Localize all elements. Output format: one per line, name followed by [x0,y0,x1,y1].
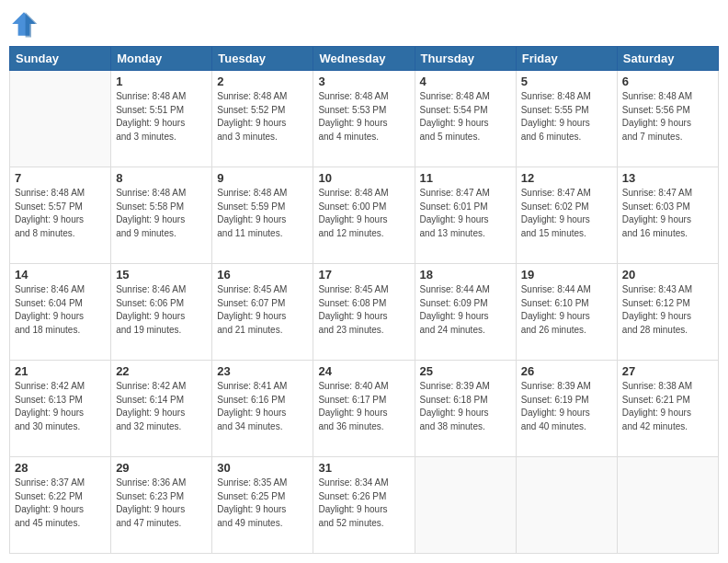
weekday-header-wednesday: Wednesday [313,47,415,71]
day-info: Sunrise: 8:48 AMSunset: 5:53 PMDaylight:… [318,90,409,144]
day-number: 21 [15,364,106,378]
calendar-cell [10,71,111,167]
week-row-3: 14Sunrise: 8:46 AMSunset: 6:04 PMDayligh… [10,264,719,361]
calendar-cell: 24Sunrise: 8:40 AMSunset: 6:17 PMDayligh… [313,361,415,457]
calendar-cell: 3Sunrise: 8:48 AMSunset: 5:53 PMDaylight… [313,71,415,167]
calendar-cell [415,457,516,554]
calendar-cell: 8Sunrise: 8:48 AMSunset: 5:58 PMDaylight… [111,167,212,264]
calendar-cell: 17Sunrise: 8:45 AMSunset: 6:08 PMDayligh… [313,264,415,361]
weekday-header-row: SundayMondayTuesdayWednesdayThursdayFrid… [10,47,719,71]
day-number: 8 [116,171,207,185]
day-info: Sunrise: 8:38 AMSunset: 6:21 PMDaylight:… [622,380,713,433]
calendar-cell: 19Sunrise: 8:44 AMSunset: 6:10 PMDayligh… [516,264,617,361]
calendar: SundayMondayTuesdayWednesdayThursdayFrid… [9,46,719,554]
week-row-4: 21Sunrise: 8:42 AMSunset: 6:13 PMDayligh… [10,361,719,457]
day-number: 10 [318,171,409,185]
weekday-header-sunday: Sunday [10,47,111,71]
day-number: 16 [217,268,308,282]
day-info: Sunrise: 8:48 AMSunset: 6:00 PMDaylight:… [318,187,409,240]
day-info: Sunrise: 8:48 AMSunset: 5:54 PMDaylight:… [420,90,511,144]
day-info: Sunrise: 8:48 AMSunset: 5:57 PMDaylight:… [15,187,106,240]
day-number: 19 [521,268,612,282]
week-row-1: 1Sunrise: 8:48 AMSunset: 5:51 PMDaylight… [10,71,719,167]
day-info: Sunrise: 8:41 AMSunset: 6:16 PMDaylight:… [217,380,308,433]
day-number: 17 [318,268,409,282]
calendar-cell: 22Sunrise: 8:42 AMSunset: 6:14 PMDayligh… [111,361,212,457]
day-info: Sunrise: 8:42 AMSunset: 6:14 PMDaylight:… [116,380,207,433]
day-number: 15 [116,268,207,282]
day-info: Sunrise: 8:37 AMSunset: 6:22 PMDaylight:… [15,477,106,530]
calendar-cell: 10Sunrise: 8:48 AMSunset: 6:00 PMDayligh… [313,167,415,264]
day-number: 13 [622,171,713,185]
day-info: Sunrise: 8:48 AMSunset: 5:52 PMDaylight:… [217,90,308,144]
calendar-cell: 15Sunrise: 8:46 AMSunset: 6:06 PMDayligh… [111,264,212,361]
day-info: Sunrise: 8:48 AMSunset: 5:55 PMDaylight:… [521,90,612,144]
day-number: 18 [420,268,511,282]
calendar-cell: 29Sunrise: 8:36 AMSunset: 6:23 PMDayligh… [111,457,212,554]
calendar-cell: 28Sunrise: 8:37 AMSunset: 6:22 PMDayligh… [10,457,111,554]
day-number: 1 [116,75,207,88]
weekday-header-saturday: Saturday [617,47,718,71]
day-info: Sunrise: 8:48 AMSunset: 5:56 PMDaylight:… [622,90,713,144]
day-info: Sunrise: 8:47 AMSunset: 6:01 PMDaylight:… [420,187,511,240]
day-info: Sunrise: 8:48 AMSunset: 5:59 PMDaylight:… [217,187,308,240]
calendar-cell: 31Sunrise: 8:34 AMSunset: 6:26 PMDayligh… [313,457,415,554]
day-info: Sunrise: 8:39 AMSunset: 6:18 PMDaylight:… [420,380,511,433]
calendar-cell: 5Sunrise: 8:48 AMSunset: 5:55 PMDaylight… [516,71,617,167]
day-info: Sunrise: 8:40 AMSunset: 6:17 PMDaylight:… [318,380,409,433]
day-info: Sunrise: 8:36 AMSunset: 6:23 PMDaylight:… [116,477,207,530]
calendar-cell: 30Sunrise: 8:35 AMSunset: 6:25 PMDayligh… [212,457,313,554]
day-number: 26 [521,364,612,378]
day-number: 9 [217,171,308,185]
day-number: 14 [15,268,106,282]
day-number: 12 [521,171,612,185]
day-number: 29 [116,461,207,475]
calendar-cell: 23Sunrise: 8:41 AMSunset: 6:16 PMDayligh… [212,361,313,457]
calendar-cell: 12Sunrise: 8:47 AMSunset: 6:02 PMDayligh… [516,167,617,264]
calendar-cell: 1Sunrise: 8:48 AMSunset: 5:51 PMDaylight… [111,71,212,167]
calendar-cell: 25Sunrise: 8:39 AMSunset: 6:18 PMDayligh… [415,361,516,457]
day-number: 3 [318,75,409,88]
calendar-cell: 11Sunrise: 8:47 AMSunset: 6:01 PMDayligh… [415,167,516,264]
weekday-header-friday: Friday [516,47,617,71]
day-number: 20 [622,268,713,282]
calendar-cell: 26Sunrise: 8:39 AMSunset: 6:19 PMDayligh… [516,361,617,457]
calendar-cell: 18Sunrise: 8:44 AMSunset: 6:09 PMDayligh… [415,264,516,361]
day-info: Sunrise: 8:45 AMSunset: 6:07 PMDaylight:… [217,283,308,337]
day-info: Sunrise: 8:35 AMSunset: 6:25 PMDaylight:… [217,477,308,530]
day-number: 25 [420,364,511,378]
calendar-cell: 21Sunrise: 8:42 AMSunset: 6:13 PMDayligh… [10,361,111,457]
day-number: 11 [420,171,511,185]
calendar-cell: 16Sunrise: 8:45 AMSunset: 6:07 PMDayligh… [212,264,313,361]
day-info: Sunrise: 8:44 AMSunset: 6:09 PMDaylight:… [420,283,511,337]
logo-icon [9,9,39,39]
calendar-cell: 7Sunrise: 8:48 AMSunset: 5:57 PMDaylight… [10,167,111,264]
day-number: 7 [15,171,106,185]
day-number: 4 [420,75,511,88]
calendar-cell: 13Sunrise: 8:47 AMSunset: 6:03 PMDayligh… [617,167,718,264]
calendar-cell: 4Sunrise: 8:48 AMSunset: 5:54 PMDaylight… [415,71,516,167]
logo [9,9,42,39]
day-info: Sunrise: 8:44 AMSunset: 6:10 PMDaylight:… [521,283,612,337]
day-info: Sunrise: 8:48 AMSunset: 5:58 PMDaylight:… [116,187,207,240]
day-info: Sunrise: 8:46 AMSunset: 6:04 PMDaylight:… [15,283,106,337]
day-number: 28 [15,461,106,475]
day-info: Sunrise: 8:42 AMSunset: 6:13 PMDaylight:… [15,380,106,433]
week-row-2: 7Sunrise: 8:48 AMSunset: 5:57 PMDaylight… [10,167,719,264]
calendar-cell: 9Sunrise: 8:48 AMSunset: 5:59 PMDaylight… [212,167,313,264]
day-number: 6 [622,75,713,88]
day-number: 22 [116,364,207,378]
day-number: 27 [622,364,713,378]
header [9,9,719,39]
calendar-cell [617,457,718,554]
calendar-cell: 27Sunrise: 8:38 AMSunset: 6:21 PMDayligh… [617,361,718,457]
day-number: 24 [318,364,409,378]
day-info: Sunrise: 8:47 AMSunset: 6:03 PMDaylight:… [622,187,713,240]
calendar-cell [516,457,617,554]
weekday-header-thursday: Thursday [415,47,516,71]
svg-marker-1 [26,12,38,37]
weekday-header-monday: Monday [111,47,212,71]
day-info: Sunrise: 8:47 AMSunset: 6:02 PMDaylight:… [521,187,612,240]
day-number: 31 [318,461,409,475]
day-info: Sunrise: 8:39 AMSunset: 6:19 PMDaylight:… [521,380,612,433]
